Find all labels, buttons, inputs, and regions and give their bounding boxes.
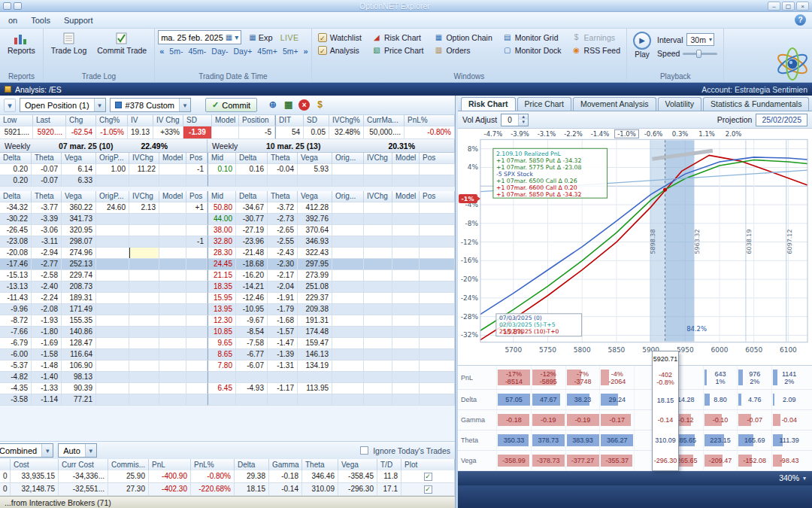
option-cell[interactable] xyxy=(186,248,208,259)
option-cell[interactable]: -2.08 xyxy=(32,304,62,315)
option-cell[interactable] xyxy=(186,214,208,225)
option-cell[interactable] xyxy=(392,372,420,383)
play-button[interactable]: ▶ xyxy=(633,32,651,50)
option-cell[interactable]: 341.73 xyxy=(62,214,96,225)
option-cell[interactable]: -1.14 xyxy=(32,394,62,406)
windows-toggle-price-chart[interactable]: ▧Price Chart xyxy=(372,46,424,55)
windows-toggle-monitor-grid[interactable]: ▤Monitor Grid xyxy=(503,33,562,42)
option-cell[interactable] xyxy=(186,293,208,304)
ignore-trades-checkbox[interactable] xyxy=(360,446,368,455)
option-cell[interactable] xyxy=(420,164,455,175)
option-cell[interactable]: -3.72 xyxy=(268,202,298,214)
option-cell[interactable] xyxy=(298,372,332,383)
option-cell[interactable]: 28.30 xyxy=(208,248,236,259)
option-cell[interactable] xyxy=(332,327,364,338)
option-cell[interactable] xyxy=(208,175,236,187)
option-cell[interactable] xyxy=(364,281,392,293)
option-cell[interactable]: 146.13 xyxy=(298,349,332,360)
option-cell[interactable] xyxy=(364,270,392,281)
totals-cell[interactable]: -296.30 xyxy=(338,483,377,496)
minimize-button[interactable]: – xyxy=(768,2,780,11)
close-icon[interactable]: × xyxy=(298,99,310,111)
option-cell[interactable]: -1.39 xyxy=(268,349,298,360)
option-cell[interactable]: 0.16 xyxy=(236,164,268,175)
option-cell[interactable]: -1.69 xyxy=(32,338,62,349)
option-cell[interactable]: -1.57 xyxy=(268,327,298,338)
tab-movement-analysis[interactable]: Movement Analysis xyxy=(573,97,656,111)
option-cell[interactable] xyxy=(392,338,420,349)
option-cell[interactable] xyxy=(420,293,455,304)
option-cell[interactable]: 24.60 xyxy=(96,202,129,214)
option-cell[interactable]: 128.47 xyxy=(62,338,96,349)
option-cell[interactable] xyxy=(392,270,420,281)
option-cell[interactable]: -0.07 xyxy=(32,164,62,175)
greek-cell[interactable]: 378.73 xyxy=(531,430,565,450)
option-cell[interactable]: 8.65 xyxy=(208,349,236,360)
option-cell[interactable]: -6.77 xyxy=(236,349,268,360)
option-cell[interactable]: -1.80 xyxy=(32,327,62,338)
option-cell[interactable]: -1.47 xyxy=(268,338,298,349)
option-cell[interactable] xyxy=(236,394,268,406)
option-cell[interactable] xyxy=(392,164,420,175)
option-cell[interactable] xyxy=(159,327,186,338)
greek-cell[interactable]: 57.05 xyxy=(496,390,531,409)
option-cell[interactable] xyxy=(420,214,455,225)
totals-cell[interactable]: -220.68% xyxy=(191,483,235,496)
totals-cell[interactable]: -0.80% xyxy=(191,470,235,483)
option-cell[interactable]: -16.20 xyxy=(236,270,268,281)
option-cell[interactable]: -1.68 xyxy=(268,315,298,327)
option-cell[interactable]: 229.37 xyxy=(298,293,332,304)
option-cell[interactable]: -26.45 xyxy=(0,225,32,236)
option-cell[interactable]: 113.95 xyxy=(298,383,332,394)
option-cell[interactable]: -2.17 xyxy=(268,270,298,281)
exp-button[interactable]: ▦ Exp xyxy=(244,31,277,44)
greek-cell[interactable]: 4.76 xyxy=(737,390,771,409)
reports-button[interactable]: Reports xyxy=(3,30,40,56)
option-cell[interactable] xyxy=(332,202,364,214)
option-cell[interactable]: -9.96 xyxy=(0,304,32,315)
option-cell[interactable] xyxy=(420,281,455,293)
summary-cell[interactable]: 5920.... xyxy=(33,126,66,139)
option-cell[interactable]: -27.19 xyxy=(236,225,268,236)
option-cell[interactable]: 13.95 xyxy=(208,304,236,315)
option-cell[interactable] xyxy=(159,349,186,360)
option-cell[interactable]: -2.58 xyxy=(32,270,62,281)
option-cell[interactable] xyxy=(332,214,364,225)
option-cell[interactable]: -3.39 xyxy=(32,214,62,225)
option-cell[interactable]: 134.19 xyxy=(298,360,332,372)
option-cell[interactable]: -4.93 xyxy=(236,383,268,394)
option-cell[interactable] xyxy=(236,372,268,383)
option-cell[interactable]: -12.46 xyxy=(236,293,268,304)
option-cell[interactable] xyxy=(332,394,364,406)
projection-date[interactable]: 25/02/2025 xyxy=(756,114,807,126)
option-cell[interactable]: 140.86 xyxy=(62,327,96,338)
option-row[interactable]: -6.79-1.69128.479.65-7.58-1.47159.47 xyxy=(0,338,455,349)
greek-cell[interactable]: 111.39 xyxy=(771,430,806,450)
option-cell[interactable]: 9.65 xyxy=(208,338,236,349)
option-cell[interactable]: 6.14 xyxy=(62,164,96,175)
greek-cell[interactable]: 9762% xyxy=(737,366,771,389)
option-cell[interactable] xyxy=(96,225,129,236)
totals-cell[interactable]: 27.30 xyxy=(108,483,149,496)
greek-cell[interactable]: -12%-5895 xyxy=(531,366,565,389)
option-cell[interactable] xyxy=(364,383,392,394)
option-cell[interactable]: -3.58 xyxy=(0,394,32,406)
option-cell[interactable]: 1.00 xyxy=(96,164,129,175)
interval-select[interactable]: 30m ▾ xyxy=(686,33,714,46)
option-cell[interactable]: -18.68 xyxy=(236,259,268,270)
option-cell[interactable]: 21.15 xyxy=(208,270,236,281)
option-cell[interactable] xyxy=(159,338,186,349)
option-cell[interactable]: 155.35 xyxy=(62,315,96,327)
summary-cell[interactable]: 0.05 xyxy=(304,126,329,139)
summary-cell[interactable]: -5 xyxy=(239,126,275,139)
windows-toggle-watchlist[interactable]: ✓Watchlist xyxy=(318,33,362,42)
option-cell[interactable]: -7.58 xyxy=(236,338,268,349)
totals-cell[interactable]: -0.14 xyxy=(269,483,302,496)
option-cell[interactable] xyxy=(96,175,129,187)
option-cell[interactable] xyxy=(186,304,208,315)
greek-cell[interactable]: 383.93 xyxy=(565,430,600,450)
greek-cell[interactable]: -7%-3748 xyxy=(565,366,600,389)
option-cell[interactable] xyxy=(96,236,129,248)
greek-cell[interactable]: 47.67 xyxy=(531,390,565,409)
greek-cell[interactable]: 2.09 xyxy=(771,390,806,409)
